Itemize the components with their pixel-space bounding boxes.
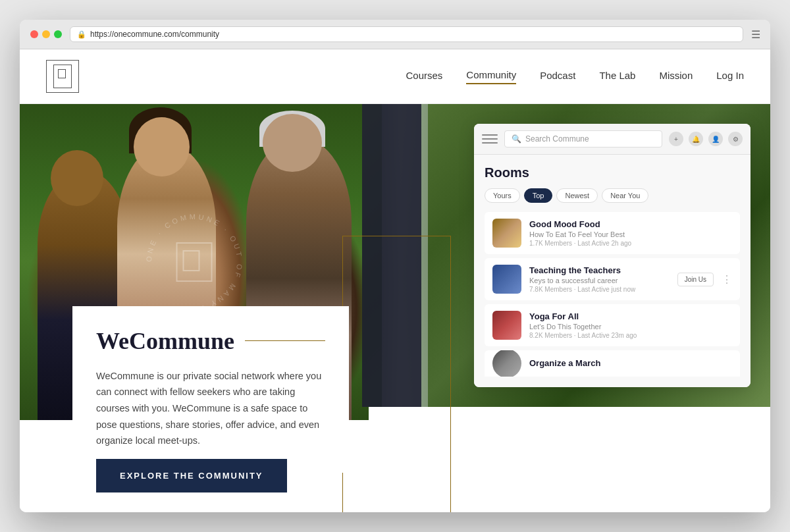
panel-icons: + 🔔 👤 ⚙	[669, 132, 743, 146]
person-1-head	[51, 150, 103, 206]
room-subtitle: Keys to a successful career	[529, 277, 670, 284]
room-meta: 1.7K Members · Last Active 2h ago	[529, 240, 732, 247]
url-text: https://onecommune.com/community	[90, 30, 219, 39]
filter-yours[interactable]: Yours	[485, 188, 520, 203]
maximize-button[interactable]	[54, 30, 62, 38]
room-name: Good Mood Food	[529, 219, 732, 229]
notification-icon[interactable]: 🔔	[689, 132, 703, 146]
nav-login[interactable]: Log In	[716, 70, 744, 84]
nav-courses[interactable]: Courses	[406, 70, 442, 84]
filter-newest[interactable]: Newest	[556, 188, 598, 203]
rooms-title: Rooms	[485, 165, 740, 180]
menu-bar-1	[482, 134, 498, 136]
logo-inner	[53, 65, 72, 88]
room-subtitle: Let's Do This Together	[529, 323, 732, 331]
room-info: Yoga For All Let's Do This Together 8.2K…	[529, 311, 732, 339]
join-button[interactable]: Join Us	[677, 273, 714, 286]
nav-links: Courses Community Podcast The Lab Missio…	[406, 69, 744, 84]
room-avatar-teaching	[492, 265, 521, 294]
panel-header: 🔍 Search Commune + 🔔 👤 ⚙	[474, 124, 750, 155]
room-item[interactable]: Teaching the Teachers Keys to a successf…	[485, 258, 740, 300]
room-item[interactable]: Yoga For All Let's Do This Together 8.2K…	[485, 304, 740, 346]
search-icon: 🔍	[512, 134, 521, 144]
panel-menu-icon[interactable]	[482, 133, 498, 145]
menu-bar-3	[482, 142, 498, 144]
room-info: Good Mood Food How To Eat To Feel Your B…	[529, 219, 732, 247]
website: Courses Community Podcast The Lab Missio…	[20, 49, 770, 512]
nav-podcast[interactable]: Podcast	[540, 70, 575, 84]
panel-body: Rooms Yours Top Newest Near You Good Moo…	[474, 155, 750, 387]
logo-watermark	[176, 242, 213, 282]
room-info: Organize a March	[529, 358, 732, 369]
nav-community[interactable]: Community	[466, 69, 516, 84]
search-placeholder: Search Commune	[525, 134, 589, 144]
dark-separator	[362, 104, 421, 407]
user-icon[interactable]: 👤	[708, 132, 723, 146]
close-button[interactable]	[30, 30, 38, 38]
browser-window: 🔒 https://onecommune.com/community ☰ Cou…	[20, 20, 770, 512]
menu-bar-2	[482, 138, 498, 140]
room-avatar-food	[492, 219, 521, 248]
wecommune-box: WeCommune WeCommune is our private socia…	[72, 306, 349, 473]
wecommune-title: WeCommune	[96, 327, 234, 355]
person-2-head	[134, 117, 190, 176]
nav-the-lab[interactable]: The Lab	[599, 70, 635, 84]
browser-chrome: 🔒 https://onecommune.com/community ☰	[20, 20, 770, 49]
filter-top[interactable]: Top	[524, 188, 553, 203]
site-logo[interactable]	[46, 60, 79, 93]
room-item[interactable]: Good Mood Food How To Eat To Feel Your B…	[485, 212, 740, 254]
main-content: ONE · COMMUNE · OUT OF MANY · WeComm	[20, 104, 770, 512]
traffic-lights	[30, 30, 62, 38]
search-bar[interactable]: 🔍 Search Commune	[504, 130, 662, 147]
room-meta: 8.2K Members · Last Active 23m ago	[529, 332, 732, 339]
title-divider	[245, 340, 325, 341]
address-bar[interactable]: 🔒 https://onecommune.com/community	[70, 26, 743, 42]
community-panel: 🔍 Search Commune + 🔔 👤 ⚙ Rooms	[474, 124, 750, 387]
filter-near-you[interactable]: Near You	[602, 188, 648, 203]
add-icon[interactable]: +	[669, 132, 683, 146]
nav-mission[interactable]: Mission	[659, 70, 693, 84]
room-name: Organize a March	[529, 358, 732, 368]
room-avatar-march	[492, 350, 521, 377]
explore-community-button[interactable]: EXPLORE THE COMMUNITY	[96, 459, 287, 492]
filter-tabs: Yours Top Newest Near You	[485, 188, 740, 203]
room-name: Yoga For All	[529, 311, 732, 321]
navigation: Courses Community Podcast The Lab Missio…	[20, 49, 770, 104]
settings-icon[interactable]: ⚙	[728, 132, 743, 146]
wecommune-description: WeCommune is our private social network …	[96, 368, 325, 449]
title-row: WeCommune	[96, 327, 325, 355]
person-3-head	[263, 114, 322, 172]
more-options-icon[interactable]: ⋮	[722, 273, 732, 286]
lock-icon: 🔒	[77, 30, 86, 39]
minimize-button[interactable]	[42, 30, 50, 38]
room-meta: 7.8K Members · Last Active just now	[529, 286, 670, 293]
room-info: Teaching the Teachers Keys to a successf…	[529, 265, 670, 293]
room-subtitle: How To Eat To Feel Your Best	[529, 230, 732, 238]
room-name: Teaching the Teachers	[529, 265, 670, 275]
browser-menu-icon[interactable]: ☰	[751, 28, 760, 41]
room-avatar-yoga	[492, 311, 521, 340]
room-item-partial[interactable]: Organize a March	[485, 350, 740, 377]
